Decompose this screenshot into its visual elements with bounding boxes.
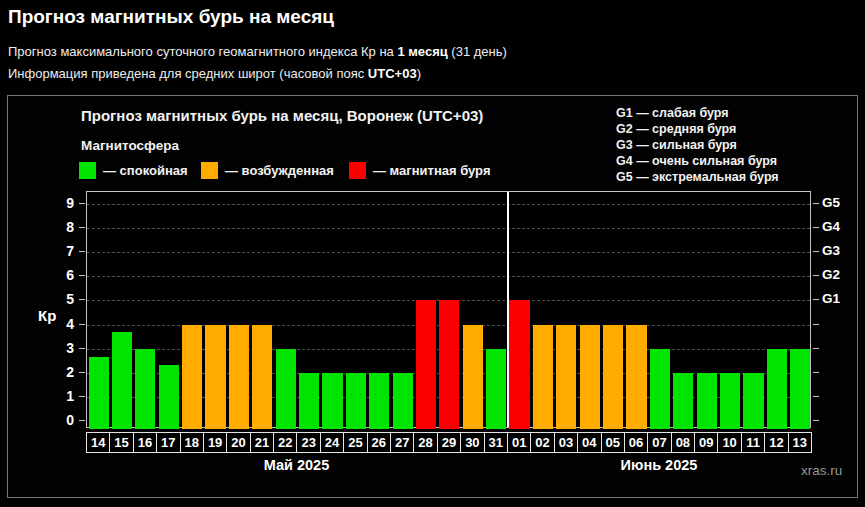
gridline-kp8 bbox=[87, 228, 810, 229]
date-cell-14: 14 bbox=[86, 432, 110, 453]
bar-21 bbox=[252, 325, 272, 430]
right-tick-mark bbox=[813, 348, 819, 349]
date-cell-01: 01 bbox=[507, 432, 531, 453]
ytick-label-1: 1 bbox=[54, 388, 74, 404]
bar-23 bbox=[299, 373, 319, 429]
date-cell-06: 06 bbox=[624, 432, 648, 453]
gtick-label-g2: G2 bbox=[822, 267, 840, 282]
right-tick-mark bbox=[813, 275, 819, 276]
bar-28 bbox=[416, 300, 436, 429]
date-cell-04: 04 bbox=[577, 432, 601, 453]
gtick-label-g1: G1 bbox=[822, 291, 840, 306]
bar-22 bbox=[276, 349, 296, 429]
month-label: Июнь 2025 bbox=[621, 457, 698, 473]
bar-31 bbox=[486, 349, 506, 429]
date-axis: 1415161718192021222324252627282930310102… bbox=[86, 432, 812, 453]
date-cell-10: 10 bbox=[717, 432, 741, 453]
legend-label: — возбужденная bbox=[225, 163, 334, 178]
date-cell-18: 18 bbox=[180, 432, 204, 453]
date-cell-23: 23 bbox=[296, 432, 320, 453]
date-cell-22: 22 bbox=[273, 432, 297, 453]
subtitle-text: (31 день) bbox=[448, 44, 507, 59]
bar-07 bbox=[650, 349, 670, 429]
ytick-mark bbox=[79, 227, 85, 228]
ytick-mark bbox=[79, 203, 85, 204]
ytick-mark bbox=[79, 348, 85, 349]
bar-13 bbox=[790, 349, 810, 429]
date-cell-30: 30 bbox=[460, 432, 484, 453]
right-tick-mark bbox=[813, 372, 819, 373]
bar-02 bbox=[533, 325, 553, 430]
bar-29 bbox=[439, 300, 459, 429]
date-cell-13: 13 bbox=[788, 432, 812, 453]
legend-label: — магнитная буря bbox=[373, 163, 490, 178]
legend-item-active: — возбужденная bbox=[201, 162, 334, 179]
page-title: Прогноз магнитных бурь на месяц bbox=[8, 6, 334, 28]
subtitle-timezone: Информация приведена для средних широт (… bbox=[8, 66, 421, 81]
page: { "page": { "title": "Прогноз магнитных … bbox=[0, 0, 865, 507]
bar-12 bbox=[767, 349, 787, 429]
bar-15 bbox=[112, 332, 132, 429]
right-tick-mark bbox=[813, 396, 819, 397]
g-scale-legend-line: G2 — средняя буря bbox=[616, 121, 779, 137]
subtitle-bold: 1 месяц bbox=[397, 44, 447, 59]
bar-10 bbox=[720, 373, 740, 429]
date-cell-02: 02 bbox=[530, 432, 554, 453]
watermark: xras.ru bbox=[801, 463, 842, 478]
date-cell-05: 05 bbox=[601, 432, 625, 453]
ytick-mark bbox=[79, 372, 85, 373]
ytick-mark bbox=[79, 324, 85, 325]
gtick-label-g4: G4 bbox=[822, 219, 840, 234]
right-tick-mark bbox=[813, 420, 819, 421]
bar-14 bbox=[89, 357, 109, 429]
legend-swatch-active bbox=[201, 162, 218, 179]
legend-label: — спокойная bbox=[103, 163, 188, 178]
legend-title: Магнитосфера bbox=[81, 138, 179, 153]
legend-swatch-storm bbox=[349, 162, 366, 179]
date-cell-09: 09 bbox=[694, 432, 718, 453]
ytick-label-9: 9 bbox=[54, 195, 74, 211]
subtitle-text: Прогноз максимального суточного геомагни… bbox=[8, 44, 397, 59]
subtitle-text: Информация приведена для средних широт (… bbox=[8, 66, 368, 81]
date-cell-12: 12 bbox=[764, 432, 788, 453]
right-tick-mark bbox=[813, 203, 819, 204]
right-tick-mark bbox=[813, 324, 819, 325]
date-cell-27: 27 bbox=[390, 432, 414, 453]
gridline-kp9 bbox=[87, 204, 810, 205]
month-label: Май 2025 bbox=[264, 457, 330, 473]
date-cell-28: 28 bbox=[413, 432, 437, 453]
bar-24 bbox=[322, 373, 342, 429]
bar-04 bbox=[580, 325, 600, 430]
date-cell-08: 08 bbox=[671, 432, 695, 453]
g-scale-legend-line: G3 — сильная буря bbox=[616, 137, 779, 153]
chart-panel: Прогноз магнитных бурь на месяц, Воронеж… bbox=[7, 95, 858, 498]
legend-swatch-quiet bbox=[79, 162, 96, 179]
date-cell-19: 19 bbox=[203, 432, 227, 453]
gridline-kp7 bbox=[87, 252, 810, 253]
bar-05 bbox=[603, 325, 623, 430]
right-tick-mark bbox=[813, 251, 819, 252]
ytick-label-7: 7 bbox=[54, 243, 74, 259]
ytick-label-0: 0 bbox=[54, 412, 74, 428]
legend-item-quiet: — спокойная bbox=[79, 162, 188, 179]
bar-27 bbox=[393, 373, 413, 429]
date-cell-24: 24 bbox=[320, 432, 344, 453]
gridline-kp6 bbox=[87, 276, 810, 277]
date-cell-31: 31 bbox=[484, 432, 508, 453]
chart-title: Прогноз магнитных бурь на месяц, Воронеж… bbox=[81, 107, 483, 124]
bar-03 bbox=[556, 325, 576, 430]
legend-item-storm: — магнитная буря bbox=[349, 162, 490, 179]
gtick-label-g5: G5 bbox=[822, 195, 840, 210]
bar-01 bbox=[509, 300, 529, 429]
subtitle-forecast: Прогноз максимального суточного геомагни… bbox=[8, 44, 507, 59]
subtitle-bold: UTC+03 bbox=[368, 66, 417, 81]
g-scale-legend-line: G1 — слабая буря bbox=[616, 105, 779, 121]
date-cell-20: 20 bbox=[226, 432, 250, 453]
subtitle-text: ) bbox=[417, 66, 421, 81]
ytick-mark bbox=[79, 251, 85, 252]
bar-06 bbox=[626, 325, 646, 430]
ytick-label-4: 4 bbox=[54, 316, 74, 332]
bar-09 bbox=[697, 373, 717, 429]
date-cell-03: 03 bbox=[554, 432, 578, 453]
bar-08 bbox=[673, 373, 693, 429]
